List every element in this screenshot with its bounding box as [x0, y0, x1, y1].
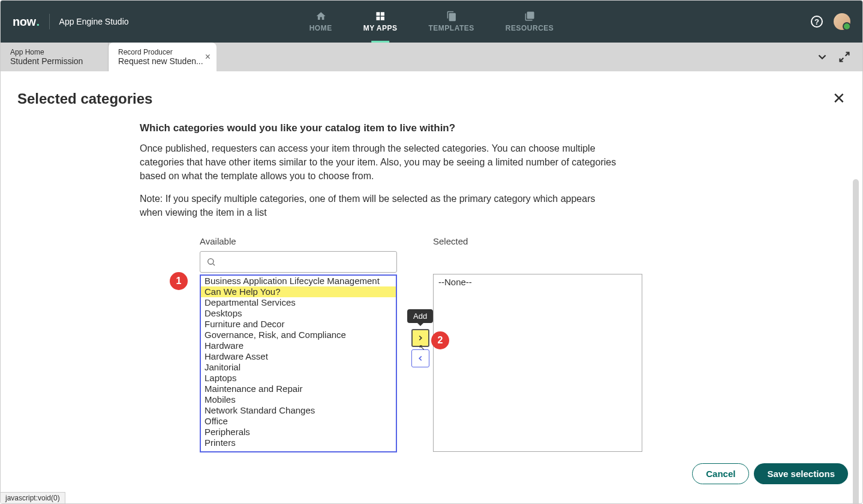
search-input[interactable]: [200, 251, 397, 273]
tab-expand-icon[interactable]: [838, 51, 850, 63]
list-item[interactable]: Business Application Lifecycle Managemen…: [201, 276, 396, 286]
tab-bar: App Home Student Permission Record Produ…: [1, 43, 862, 71]
tab-app-home-subtitle: Student Permission: [10, 56, 98, 66]
list-item[interactable]: Departmental Services: [201, 297, 396, 308]
cancel-button[interactable]: Cancel: [692, 463, 749, 484]
resources-icon: [524, 11, 535, 22]
save-button[interactable]: Save selections: [754, 463, 848, 484]
description-para-1: Once published, requesters can access yo…: [140, 141, 621, 183]
nav-home[interactable]: HOME: [294, 1, 348, 43]
status-bar: javascript:void(0): [1, 492, 65, 503]
svg-rect-2: [376, 17, 380, 20]
add-button[interactable]: ↖: [411, 329, 429, 347]
list-item[interactable]: Can We Help You?: [201, 286, 396, 297]
list-item[interactable]: Hardware: [201, 340, 396, 351]
callout-badge-2: 2: [431, 331, 449, 349]
svg-point-6: [208, 259, 214, 264]
logo: now.: [13, 15, 40, 29]
tab-chevron-down-icon[interactable]: [816, 50, 829, 64]
nav-templates-label: TEMPLATES: [429, 24, 474, 32]
nav-center: HOME MY APPS TEMPLATES RESOURCES: [294, 1, 570, 43]
home-icon: [315, 11, 326, 22]
tab-record-producer-title: Record Producer: [118, 48, 207, 56]
apps-icon: [375, 11, 386, 22]
list-item[interactable]: Furniture and Decor: [201, 319, 396, 330]
main-content: Selected categories ✕ Which categories w…: [1, 71, 862, 489]
transfer-controls: Add ↖: [407, 309, 433, 367]
nav-my-apps[interactable]: MY APPS: [348, 1, 413, 43]
list-item[interactable]: Network Standard Changes: [201, 405, 396, 416]
slush-bucket: 1 Available Business Application Lifecyc…: [140, 236, 621, 452]
list-item[interactable]: Desktops: [201, 308, 396, 319]
help-icon[interactable]: ?: [811, 16, 823, 28]
footer: Cancel Save selections: [692, 463, 848, 484]
tab-record-producer[interactable]: Record Producer Request new Studen... ×: [109, 43, 216, 71]
list-item[interactable]: Janitorial: [201, 362, 396, 373]
page-header: Selected categories ✕: [17, 89, 846, 108]
selected-column: Selected --None--: [433, 236, 642, 452]
available-list[interactable]: Business Application Lifecycle Managemen…: [200, 274, 397, 452]
list-item[interactable]: Laptops: [201, 373, 396, 384]
chevron-right-icon: [416, 334, 425, 342]
page-title: Selected categories: [17, 90, 152, 107]
chevron-left-icon: [416, 354, 425, 363]
search-icon: [206, 257, 216, 267]
logo-dot: .: [37, 15, 40, 29]
scroll-rail[interactable]: [853, 179, 859, 504]
svg-rect-3: [381, 17, 384, 20]
list-item[interactable]: Printers: [201, 437, 396, 448]
top-nav: now. App Engine Studio HOME MY APPS TEMP…: [1, 1, 862, 43]
svg-line-7: [213, 264, 215, 265]
tab-record-producer-subtitle: Request new Studen...: [118, 56, 207, 66]
available-label: Available: [200, 236, 397, 246]
templates-icon: [446, 11, 457, 22]
available-column: Available Business Application Lifecycle…: [200, 236, 397, 452]
svg-rect-1: [381, 12, 384, 16]
question-text: Which categories would you like your cat…: [140, 122, 621, 134]
callout-badge-1: 1: [170, 272, 188, 290]
tab-app-home-title: App Home: [10, 48, 98, 56]
studio-label: App Engine Studio: [59, 17, 129, 26]
nav-home-label: HOME: [309, 24, 332, 32]
none-item[interactable]: --None--: [438, 277, 637, 287]
close-icon[interactable]: ✕: [832, 89, 846, 108]
tab-app-home[interactable]: App Home Student Permission: [1, 43, 109, 71]
list-item[interactable]: Peripherals: [201, 427, 396, 437]
logo-text: now: [13, 15, 36, 29]
avatar[interactable]: [834, 13, 850, 30]
selected-list[interactable]: --None--: [433, 274, 642, 452]
add-tooltip: Add: [407, 309, 433, 323]
list-item[interactable]: Office: [201, 416, 396, 427]
selected-label: Selected: [433, 236, 642, 246]
list-item[interactable]: Mobiles: [201, 394, 396, 405]
nav-templates[interactable]: TEMPLATES: [413, 1, 490, 43]
nav-my-apps-label: MY APPS: [363, 24, 398, 32]
svg-rect-0: [376, 12, 380, 16]
list-item[interactable]: Hardware Asset: [201, 351, 396, 362]
tab-actions: [816, 43, 855, 71]
nav-right: ?: [811, 13, 850, 30]
list-item[interactable]: Governance, Risk, and Compliance: [201, 330, 396, 340]
cursor-icon: ↖: [419, 343, 425, 352]
nav-resources[interactable]: RESOURCES: [490, 1, 570, 43]
tab-close-icon[interactable]: ×: [205, 52, 211, 62]
remove-button[interactable]: [411, 349, 429, 367]
description-para-2: Note: If you specify multiple categories…: [140, 192, 621, 219]
nav-resources-label: RESOURCES: [506, 24, 554, 32]
list-item[interactable]: Maintenance and Repair: [201, 384, 396, 394]
tab-spacer: [216, 43, 816, 71]
content-wrap: Which categories would you like your cat…: [17, 122, 743, 452]
logo-divider: [49, 14, 50, 29]
